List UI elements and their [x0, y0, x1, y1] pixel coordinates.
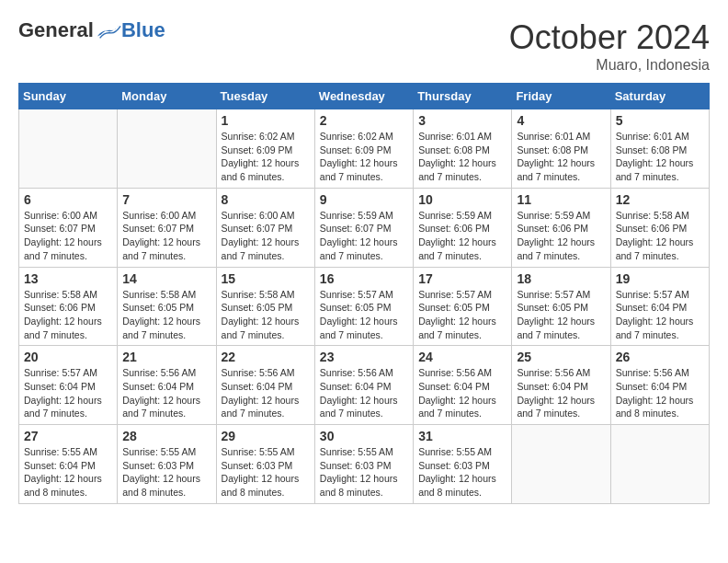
table-row: 30Sunrise: 5:55 AM Sunset: 6:03 PM Dayli…	[314, 425, 413, 504]
day-number: 25	[517, 350, 605, 364]
day-info: Sunrise: 5:57 AM Sunset: 6:05 PM Dayligh…	[320, 288, 408, 342]
day-number: 10	[418, 192, 506, 207]
day-number: 19	[616, 271, 704, 286]
day-info: Sunrise: 5:55 AM Sunset: 6:03 PM Dayligh…	[418, 445, 506, 500]
day-number: 28	[122, 429, 210, 443]
day-number: 23	[320, 350, 408, 364]
table-row: 4Sunrise: 6:01 AM Sunset: 6:08 PM Daylig…	[512, 109, 610, 189]
table-row: 10Sunrise: 5:59 AM Sunset: 6:06 PM Dayli…	[414, 188, 512, 267]
day-info: Sunrise: 6:00 AM Sunset: 6:07 PM Dayligh…	[122, 209, 210, 263]
table-row: 9Sunrise: 5:59 AM Sunset: 6:07 PM Daylig…	[314, 188, 413, 267]
day-number: 15	[222, 271, 310, 286]
table-row: 23Sunrise: 5:56 AM Sunset: 6:04 PM Dayli…	[314, 346, 413, 425]
table-row: 2Sunrise: 6:02 AM Sunset: 6:09 PM Daylig…	[314, 109, 413, 189]
day-number: 9	[320, 192, 408, 207]
table-row: 21Sunrise: 5:56 AM Sunset: 6:04 PM Dayli…	[118, 346, 216, 425]
location: Muaro, Indonesia	[509, 57, 710, 74]
day-info: Sunrise: 5:55 AM Sunset: 6:03 PM Dayligh…	[320, 445, 408, 500]
day-number: 17	[418, 271, 506, 286]
day-number: 16	[320, 271, 408, 286]
day-number: 22	[222, 350, 310, 364]
calendar-header-row: Sunday Monday Tuesday Wednesday Thursday…	[19, 84, 710, 109]
table-row	[19, 109, 118, 189]
day-number: 8	[222, 192, 310, 207]
table-row: 8Sunrise: 6:00 AM Sunset: 6:07 PM Daylig…	[216, 188, 314, 267]
day-number: 13	[24, 271, 112, 286]
logo-blue-text: Blue	[121, 18, 165, 42]
table-row: 18Sunrise: 5:57 AM Sunset: 6:05 PM Dayli…	[512, 267, 610, 346]
table-row: 7Sunrise: 6:00 AM Sunset: 6:07 PM Daylig…	[118, 188, 216, 267]
calendar-table: Sunday Monday Tuesday Wednesday Thursday…	[18, 83, 710, 504]
day-info: Sunrise: 6:01 AM Sunset: 6:08 PM Dayligh…	[418, 130, 506, 184]
table-row: 1Sunrise: 6:02 AM Sunset: 6:09 PM Daylig…	[216, 109, 314, 189]
day-info: Sunrise: 5:56 AM Sunset: 6:04 PM Dayligh…	[616, 366, 704, 420]
logo-general-text: General	[18, 18, 94, 42]
table-row: 11Sunrise: 5:59 AM Sunset: 6:06 PM Dayli…	[512, 188, 610, 267]
day-info: Sunrise: 6:00 AM Sunset: 6:07 PM Dayligh…	[222, 209, 310, 263]
calendar-week-2: 6Sunrise: 6:00 AM Sunset: 6:07 PM Daylig…	[19, 188, 710, 267]
day-number: 4	[517, 113, 605, 128]
table-row: 31Sunrise: 5:55 AM Sunset: 6:03 PM Dayli…	[414, 425, 512, 504]
day-info: Sunrise: 5:56 AM Sunset: 6:04 PM Dayligh…	[418, 366, 506, 420]
day-number: 29	[222, 429, 310, 443]
calendar-week-3: 13Sunrise: 5:58 AM Sunset: 6:06 PM Dayli…	[19, 267, 710, 346]
day-number: 5	[616, 113, 704, 128]
day-number: 3	[418, 113, 506, 128]
calendar-week-4: 20Sunrise: 5:57 AM Sunset: 6:04 PM Dayli…	[19, 346, 710, 425]
day-info: Sunrise: 5:58 AM Sunset: 6:06 PM Dayligh…	[24, 288, 112, 342]
header-monday: Monday	[118, 84, 216, 109]
day-info: Sunrise: 5:59 AM Sunset: 6:06 PM Dayligh…	[517, 209, 605, 263]
day-number: 1	[222, 113, 310, 128]
calendar-week-1: 1Sunrise: 6:02 AM Sunset: 6:09 PM Daylig…	[19, 109, 710, 189]
day-number: 18	[517, 271, 605, 286]
day-info: Sunrise: 5:59 AM Sunset: 6:06 PM Dayligh…	[418, 209, 506, 263]
header-saturday: Saturday	[610, 84, 709, 109]
table-row: 29Sunrise: 5:55 AM Sunset: 6:03 PM Dayli…	[216, 425, 314, 504]
day-info: Sunrise: 5:55 AM Sunset: 6:04 PM Dayligh…	[24, 445, 112, 500]
table-row: 19Sunrise: 5:57 AM Sunset: 6:04 PM Dayli…	[610, 267, 709, 346]
day-number: 27	[24, 429, 112, 443]
table-row: 28Sunrise: 5:55 AM Sunset: 6:03 PM Dayli…	[118, 425, 216, 504]
day-info: Sunrise: 5:59 AM Sunset: 6:07 PM Dayligh…	[320, 209, 408, 263]
header-thursday: Thursday	[414, 84, 512, 109]
day-info: Sunrise: 5:58 AM Sunset: 6:05 PM Dayligh…	[122, 288, 210, 342]
table-row: 16Sunrise: 5:57 AM Sunset: 6:05 PM Dayli…	[314, 267, 413, 346]
table-row: 22Sunrise: 5:56 AM Sunset: 6:04 PM Dayli…	[216, 346, 314, 425]
day-info: Sunrise: 6:01 AM Sunset: 6:08 PM Dayligh…	[616, 130, 704, 184]
header-wednesday: Wednesday	[314, 84, 413, 109]
day-info: Sunrise: 6:00 AM Sunset: 6:07 PM Dayligh…	[24, 209, 112, 263]
day-info: Sunrise: 6:02 AM Sunset: 6:09 PM Dayligh…	[320, 130, 408, 184]
day-number: 20	[24, 350, 112, 364]
logo-bird-icon	[96, 20, 121, 40]
page-header: General Blue October 2024 Muaro, Indones…	[18, 18, 710, 74]
table-row	[610, 425, 709, 504]
day-number: 21	[122, 350, 210, 364]
day-info: Sunrise: 5:56 AM Sunset: 6:04 PM Dayligh…	[517, 366, 605, 420]
header-sunday: Sunday	[19, 84, 118, 109]
table-row: 15Sunrise: 5:58 AM Sunset: 6:05 PM Dayli…	[216, 267, 314, 346]
month-title: October 2024	[509, 18, 710, 57]
day-number: 11	[517, 192, 605, 207]
table-row: 14Sunrise: 5:58 AM Sunset: 6:05 PM Dayli…	[118, 267, 216, 346]
table-row: 12Sunrise: 5:58 AM Sunset: 6:06 PM Dayli…	[610, 188, 709, 267]
table-row: 17Sunrise: 5:57 AM Sunset: 6:05 PM Dayli…	[414, 267, 512, 346]
table-row	[512, 425, 610, 504]
day-info: Sunrise: 5:56 AM Sunset: 6:04 PM Dayligh…	[122, 366, 210, 420]
logo: General Blue	[18, 18, 165, 42]
day-number: 7	[122, 192, 210, 207]
day-info: Sunrise: 5:57 AM Sunset: 6:04 PM Dayligh…	[616, 288, 704, 342]
table-row: 5Sunrise: 6:01 AM Sunset: 6:08 PM Daylig…	[610, 109, 709, 189]
day-number: 2	[320, 113, 408, 128]
day-number: 12	[616, 192, 704, 207]
day-info: Sunrise: 5:58 AM Sunset: 6:06 PM Dayligh…	[616, 209, 704, 263]
table-row: 3Sunrise: 6:01 AM Sunset: 6:08 PM Daylig…	[414, 109, 512, 189]
day-info: Sunrise: 5:55 AM Sunset: 6:03 PM Dayligh…	[122, 445, 210, 500]
table-row: 26Sunrise: 5:56 AM Sunset: 6:04 PM Dayli…	[610, 346, 709, 425]
table-row	[118, 109, 216, 189]
day-number: 24	[418, 350, 506, 364]
table-row: 6Sunrise: 6:00 AM Sunset: 6:07 PM Daylig…	[19, 188, 118, 267]
day-info: Sunrise: 5:55 AM Sunset: 6:03 PM Dayligh…	[222, 445, 310, 500]
calendar-week-5: 27Sunrise: 5:55 AM Sunset: 6:04 PM Dayli…	[19, 425, 710, 504]
title-section: October 2024 Muaro, Indonesia	[509, 18, 710, 74]
table-row: 24Sunrise: 5:56 AM Sunset: 6:04 PM Dayli…	[414, 346, 512, 425]
